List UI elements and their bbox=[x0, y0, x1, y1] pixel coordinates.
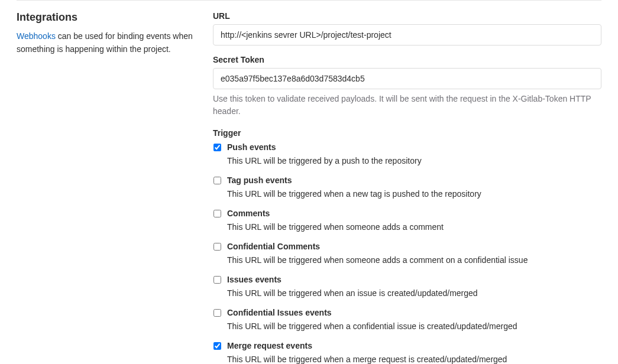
trigger-checkbox[interactable] bbox=[213, 243, 221, 251]
trigger-row[interactable]: Confidential Issues events bbox=[213, 308, 601, 317]
trigger-item: Issues eventsThis URL will be triggered … bbox=[213, 275, 601, 300]
token-help-text: Use this token to validate received payl… bbox=[213, 93, 601, 118]
trigger-item: Merge request eventsThis URL will be tri… bbox=[213, 341, 601, 364]
trigger-title: Merge request events bbox=[227, 341, 312, 350]
trigger-checkbox[interactable] bbox=[213, 276, 221, 284]
token-field-group: Secret Token Use this token to validate … bbox=[213, 55, 601, 118]
trigger-description: This URL will be triggered when a new ta… bbox=[227, 188, 601, 200]
trigger-checkbox[interactable] bbox=[213, 177, 221, 184]
url-label: URL bbox=[213, 11, 601, 21]
url-field-group: URL bbox=[213, 11, 601, 46]
form-main: URL Secret Token Use this token to valid… bbox=[213, 11, 601, 364]
trigger-item: Confidential CommentsThis URL will be tr… bbox=[213, 242, 601, 266]
trigger-description: This URL will be triggered when someone … bbox=[227, 221, 601, 233]
trigger-item: Tag push eventsThis URL will be triggere… bbox=[213, 176, 601, 200]
trigger-item: CommentsThis URL will be triggered when … bbox=[213, 209, 601, 233]
trigger-row[interactable]: Tag push events bbox=[213, 176, 601, 185]
token-label: Secret Token bbox=[213, 55, 601, 64]
trigger-checkbox[interactable] bbox=[213, 309, 221, 317]
trigger-checkbox[interactable] bbox=[213, 210, 221, 217]
trigger-description: This URL will be triggered by a push to … bbox=[227, 155, 601, 167]
trigger-row[interactable]: Merge request events bbox=[213, 341, 601, 350]
trigger-item: Confidential Issues eventsThis URL will … bbox=[213, 308, 601, 333]
url-input[interactable] bbox=[213, 24, 601, 46]
settings-layout: Integrations Webhooks can be used for bi… bbox=[17, 11, 601, 364]
integrations-description: Webhooks can be used for binding events … bbox=[17, 30, 199, 56]
trigger-row[interactable]: Push events bbox=[213, 142, 601, 152]
webhooks-link[interactable]: Webhooks bbox=[17, 31, 56, 41]
trigger-row[interactable]: Comments bbox=[213, 209, 601, 218]
trigger-section-label: Trigger bbox=[213, 128, 601, 138]
trigger-title: Push events bbox=[227, 142, 276, 152]
trigger-checkbox[interactable] bbox=[213, 144, 221, 151]
trigger-title: Confidential Comments bbox=[227, 242, 320, 251]
trigger-checkbox[interactable] bbox=[213, 342, 221, 350]
section-divider bbox=[17, 0, 601, 1]
trigger-description: This URL will be triggered when a confid… bbox=[227, 320, 601, 333]
trigger-item: Push eventsThis URL will be triggered by… bbox=[213, 142, 601, 167]
sidebar-intro: Integrations Webhooks can be used for bi… bbox=[17, 11, 199, 364]
trigger-description: This URL will be triggered when someone … bbox=[227, 254, 601, 266]
trigger-list: Push eventsThis URL will be triggered by… bbox=[213, 142, 601, 364]
trigger-description: This URL will be triggered when a merge … bbox=[227, 353, 601, 364]
integrations-heading: Integrations bbox=[17, 11, 199, 24]
token-input[interactable] bbox=[213, 68, 601, 89]
trigger-row[interactable]: Confidential Comments bbox=[213, 242, 601, 251]
trigger-title: Issues events bbox=[227, 275, 282, 284]
trigger-row[interactable]: Issues events bbox=[213, 275, 601, 284]
trigger-title: Tag push events bbox=[227, 176, 292, 185]
trigger-title: Confidential Issues events bbox=[227, 308, 332, 317]
trigger-description: This URL will be triggered when an issue… bbox=[227, 287, 601, 300]
trigger-title: Comments bbox=[227, 209, 270, 218]
